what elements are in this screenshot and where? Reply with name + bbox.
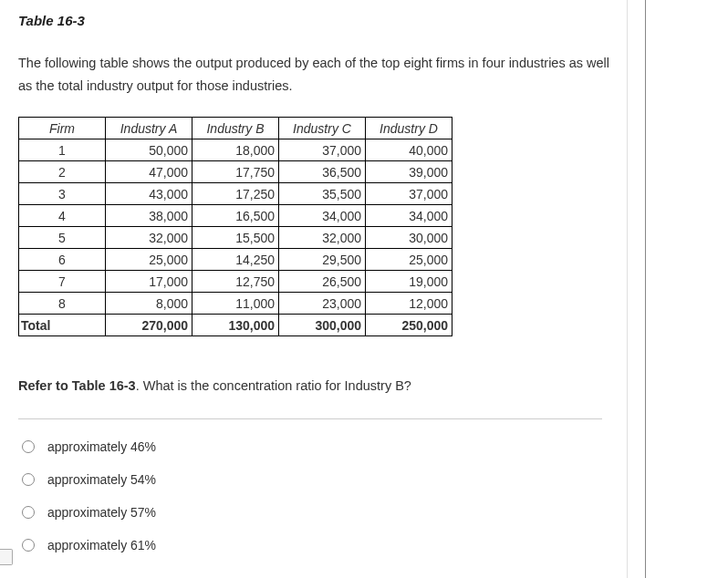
- header-industry-d: Industry D: [366, 118, 452, 139]
- radio-icon: [22, 440, 35, 453]
- table-row: 717,00012,75026,50019,000: [19, 271, 452, 293]
- answer-options: approximately 46% approximately 54% appr…: [18, 439, 710, 552]
- value-cell: 29,500: [279, 249, 366, 271]
- right-border-line: [645, 0, 646, 578]
- table-row: 150,00018,00037,00040,000: [19, 139, 452, 161]
- value-cell: 26,500: [279, 271, 366, 293]
- table-row: 532,00015,50032,00030,000: [19, 227, 452, 249]
- question-text: Refer to Table 16-3. What is the concent…: [18, 378, 710, 393]
- firm-cell: 7: [19, 271, 106, 293]
- value-cell: 37,000: [366, 183, 452, 205]
- total-value-cell: 300,000: [279, 315, 366, 336]
- option-2[interactable]: approximately 54%: [22, 472, 710, 487]
- option-4-label: approximately 61%: [47, 538, 156, 552]
- value-cell: 16,500: [192, 205, 279, 227]
- value-cell: 25,000: [366, 249, 452, 271]
- total-label-cell: Total: [19, 315, 106, 336]
- table-row: 247,00017,75036,50039,000: [19, 161, 452, 183]
- value-cell: 32,000: [106, 227, 192, 249]
- value-cell: 25,000: [106, 249, 192, 271]
- right-border-line-2: [627, 0, 628, 578]
- firm-cell: 2: [19, 161, 106, 183]
- value-cell: 15,500: [192, 227, 279, 249]
- table-row: 88,00011,00023,00012,000: [19, 293, 452, 315]
- question-body: . What is the concentration ratio for In…: [136, 378, 411, 393]
- value-cell: 34,000: [366, 205, 452, 227]
- value-cell: 35,500: [279, 183, 366, 205]
- header-industry-c: Industry C: [279, 118, 366, 139]
- header-industry-a: Industry A: [106, 118, 192, 139]
- option-2-label: approximately 54%: [47, 472, 156, 487]
- total-value-cell: 250,000: [366, 315, 452, 336]
- page-tab-indicator: [0, 549, 13, 565]
- table-row: 625,00014,25029,50025,000: [19, 249, 452, 271]
- question-reference: Refer to Table 16-3: [18, 378, 136, 393]
- header-industry-b: Industry B: [192, 118, 279, 139]
- value-cell: 19,000: [366, 271, 452, 293]
- firm-cell: 1: [19, 139, 106, 161]
- value-cell: 36,500: [279, 161, 366, 183]
- option-1-label: approximately 46%: [47, 439, 156, 454]
- option-3[interactable]: approximately 57%: [22, 505, 710, 520]
- firm-cell: 3: [19, 183, 106, 205]
- radio-icon: [22, 473, 35, 486]
- value-cell: 32,000: [279, 227, 366, 249]
- value-cell: 17,250: [192, 183, 279, 205]
- value-cell: 50,000: [106, 139, 192, 161]
- divider: [18, 418, 602, 419]
- value-cell: 12,000: [366, 293, 452, 315]
- value-cell: 43,000: [106, 183, 192, 205]
- table-title: Table 16-3: [18, 13, 710, 28]
- industry-output-table: Firm Industry A Industry B Industry C In…: [18, 117, 452, 336]
- value-cell: 18,000: [192, 139, 279, 161]
- value-cell: 11,000: [192, 293, 279, 315]
- value-cell: 12,750: [192, 271, 279, 293]
- firm-cell: 4: [19, 205, 106, 227]
- value-cell: 34,000: [279, 205, 366, 227]
- value-cell: 40,000: [366, 139, 452, 161]
- value-cell: 47,000: [106, 161, 192, 183]
- radio-icon: [22, 539, 35, 552]
- value-cell: 38,000: [106, 205, 192, 227]
- total-value-cell: 270,000: [106, 315, 192, 336]
- value-cell: 39,000: [366, 161, 452, 183]
- value-cell: 14,250: [192, 249, 279, 271]
- value-cell: 17,000: [106, 271, 192, 293]
- table-row: 438,00016,50034,00034,000: [19, 205, 452, 227]
- option-3-label: approximately 57%: [47, 505, 156, 520]
- table-row: 343,00017,25035,50037,000: [19, 183, 452, 205]
- table-header-row: Firm Industry A Industry B Industry C In…: [19, 118, 452, 139]
- firm-cell: 6: [19, 249, 106, 271]
- firm-cell: 5: [19, 227, 106, 249]
- table-total-row: Total270,000130,000300,000250,000: [19, 315, 452, 336]
- table-description: The following table shows the output pro…: [18, 52, 620, 97]
- option-1[interactable]: approximately 46%: [22, 439, 710, 454]
- value-cell: 30,000: [366, 227, 452, 249]
- total-value-cell: 130,000: [192, 315, 279, 336]
- value-cell: 23,000: [279, 293, 366, 315]
- header-firm: Firm: [19, 118, 106, 139]
- value-cell: 17,750: [192, 161, 279, 183]
- firm-cell: 8: [19, 293, 106, 315]
- radio-icon: [22, 506, 35, 519]
- value-cell: 8,000: [106, 293, 192, 315]
- value-cell: 37,000: [279, 139, 366, 161]
- option-4[interactable]: approximately 61%: [22, 538, 710, 552]
